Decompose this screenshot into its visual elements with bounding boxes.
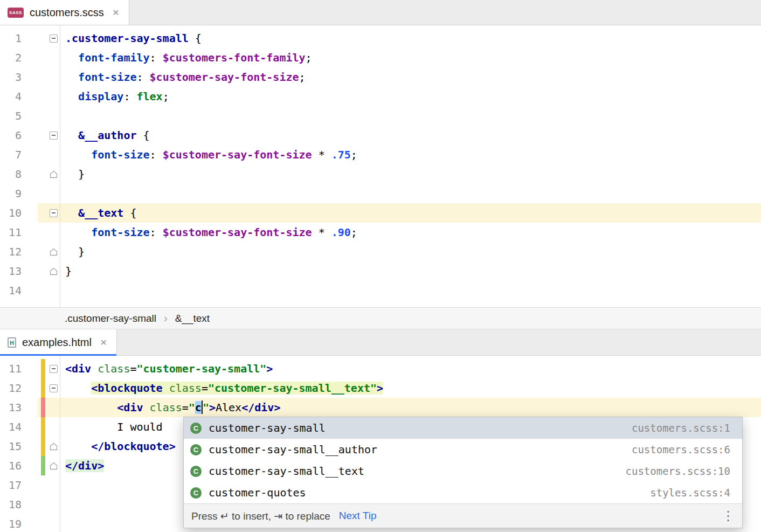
vcs-change-marker[interactable]: [41, 378, 45, 398]
fold-open-marker[interactable]: [50, 365, 58, 373]
code-token: [65, 401, 117, 414]
completion-item[interactable]: Ccustomer-say-smallcustomers.scss:1: [184, 417, 742, 439]
scss-code-area: 1.customer-say-small {2 font-family: $cu…: [0, 25, 761, 300]
vcs-change-marker: [41, 164, 45, 184]
code-line[interactable]: 11 font-size: $customer-say-font-size * …: [0, 223, 761, 242]
code-line[interactable]: 6 &__author {: [0, 126, 761, 145]
code-line[interactable]: 5: [0, 106, 761, 126]
fold-open-marker[interactable]: [50, 384, 58, 392]
code-line[interactable]: 13}: [0, 261, 761, 281]
more-options-icon[interactable]: ⋮: [722, 509, 735, 522]
code-line[interactable]: 7 font-size: $customer-say-font-size * .…: [0, 145, 761, 164]
completion-item-location: styles.scss:4: [650, 487, 730, 499]
fold-end-marker[interactable]: [50, 443, 58, 451]
chevron-right-icon: ›: [164, 312, 168, 324]
code-token: font-size: [91, 148, 149, 161]
fold-gutter: [47, 398, 59, 417]
css-class-icon: C: [190, 466, 202, 477]
line-number: 19: [0, 514, 22, 532]
breadcrumbs-bar: .customer-say-small›&__text: [0, 307, 761, 329]
fold-open-marker[interactable]: [50, 34, 58, 43]
fold-open-marker[interactable]: [50, 209, 58, 217]
code-line[interactable]: 8 }: [0, 164, 761, 184]
line-number: 7: [0, 145, 22, 164]
gutter-separator: [60, 25, 60, 307]
html-icon-letter: H: [10, 340, 14, 346]
fold-gutter: [47, 359, 59, 378]
close-tab-icon[interactable]: ×: [113, 6, 119, 19]
code-token: :: [150, 51, 163, 64]
fold-gutter: [47, 281, 59, 300]
code-text: font-size: $customer-say-font-size * .75…: [61, 145, 761, 164]
vcs-change-marker[interactable]: [41, 417, 45, 437]
completion-item[interactable]: Ccustomer-quotesstyles.scss:4: [184, 482, 742, 503]
code-text: &__author {: [61, 126, 761, 145]
code-token: *: [312, 226, 331, 239]
code-line[interactable]: 10 &__text {: [0, 203, 761, 223]
code-token: =: [130, 362, 136, 375]
fold-end-marker[interactable]: [50, 170, 58, 178]
vcs-change-marker[interactable]: [41, 456, 45, 475]
fold-end-marker[interactable]: [50, 248, 58, 256]
close-tab-icon[interactable]: ×: [100, 336, 107, 349]
tab-customers-scss[interactable]: SASS customers.scss ×: [0, 0, 129, 25]
highlight-band: </div>: [65, 459, 104, 472]
code-line[interactable]: 12 }: [0, 242, 761, 261]
vcs-change-marker[interactable]: [41, 437, 45, 456]
code-token: [65, 440, 91, 453]
line-number: 18: [0, 495, 22, 514]
code-line[interactable]: 4 display: flex;: [0, 87, 761, 106]
fold-gutter: [47, 29, 59, 48]
sass-file-icon: SASS: [8, 8, 24, 18]
code-line[interactable]: 9: [0, 184, 761, 203]
code-line[interactable]: 14: [0, 281, 761, 300]
breadcrumb-item[interactable]: &__text: [175, 313, 210, 324]
fold-gutter: [47, 145, 59, 164]
code-line[interactable]: 1.customer-say-small {: [0, 29, 761, 48]
line-number: 2: [0, 48, 22, 67]
code-text: }: [61, 261, 761, 281]
code-token: display: [78, 90, 123, 103]
fold-end-marker[interactable]: [50, 462, 58, 470]
ide-window: SASS customers.scss × 1.customer-say-sma…: [0, 0, 761, 532]
fold-gutter: [47, 437, 59, 456]
code-text: font-size: $customer-say-font-size;: [61, 67, 761, 87]
code-token: }: [65, 265, 72, 278]
line-number: 12: [0, 242, 22, 261]
fold-gutter: [47, 495, 59, 514]
vcs-change-marker: [41, 223, 45, 242]
completion-item-label: customer-say-small__author: [209, 443, 377, 456]
fold-open-marker[interactable]: [50, 132, 58, 140]
css-class-icon: C: [190, 423, 202, 434]
code-token: <div: [65, 362, 91, 375]
code-token: [65, 226, 91, 239]
breadcrumb-item[interactable]: .customer-say-small: [65, 313, 156, 324]
scss-editor-pane: 1.customer-say-small {2 font-family: $cu…: [0, 25, 761, 307]
code-token: I would: [65, 420, 169, 433]
code-token: {: [136, 129, 149, 142]
fold-gutter: [47, 87, 59, 106]
code-line[interactable]: 13 <div class="c">Alex</div>: [0, 398, 761, 417]
completion-item-label: customer-quotes: [209, 486, 306, 499]
fold-end-marker[interactable]: [50, 267, 58, 275]
code-line[interactable]: 3 font-size: $customer-say-font-size;: [0, 67, 761, 87]
fold-gutter: [47, 203, 59, 223]
code-line[interactable]: 11<div class="customer-say-small">: [0, 359, 761, 378]
next-tip-link[interactable]: Next Tip: [339, 510, 377, 522]
completion-item[interactable]: Ccustomer-say-small__textcustomers.scss:…: [184, 460, 742, 482]
vcs-change-marker[interactable]: [41, 398, 45, 417]
code-line[interactable]: 12 <blockquote class="customer-say-small…: [0, 378, 761, 398]
tab-examples-html[interactable]: H examples.html ×: [0, 329, 117, 355]
line-number: 1: [0, 29, 22, 48]
vcs-change-marker: [41, 67, 45, 87]
code-line[interactable]: 2 font-family: $customers-font-family;: [0, 48, 761, 67]
code-token: ;: [351, 148, 357, 161]
code-text: [61, 106, 761, 126]
completion-item[interactable]: Ccustomer-say-small__authorcustomers.scs…: [184, 439, 742, 460]
vcs-change-marker[interactable]: [41, 359, 45, 378]
completion-footer: Press ↵ to insert, ⇥ to replace Next Tip…: [184, 503, 742, 528]
vcs-change-marker: [41, 48, 45, 67]
code-token: [65, 71, 78, 84]
code-token: </div>: [241, 401, 280, 414]
vcs-change-marker: [41, 126, 45, 145]
